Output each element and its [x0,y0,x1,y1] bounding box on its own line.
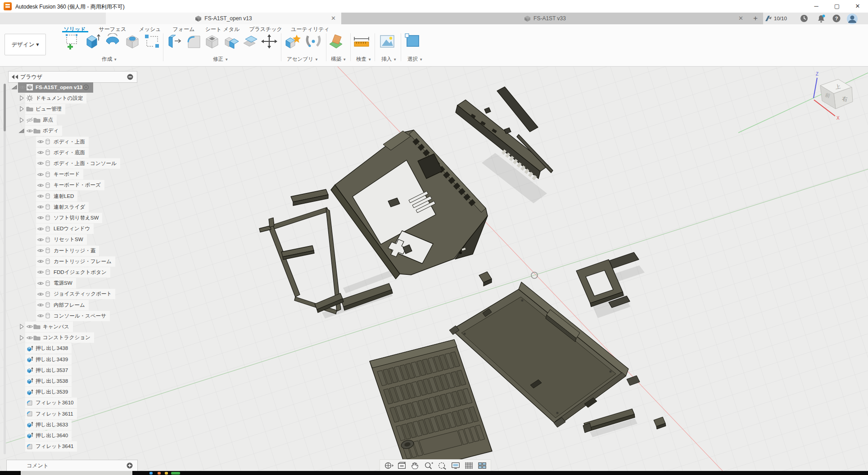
pattern-icon[interactable] [143,33,161,49]
eye-on-icon[interactable] [37,258,44,265]
tree-row[interactable]: FDDイジェクトボタン [29,267,110,277]
tree-row[interactable]: 押し出し3438 [25,344,72,354]
eye-on-icon[interactable] [37,138,44,145]
ribbon-group-construct[interactable]: 構築 ▼ [331,56,346,63]
tree-row[interactable]: ボディ・上面 [29,137,89,147]
viewports-icon[interactable] [477,461,487,470]
look-at-icon[interactable] [397,461,407,470]
eye-on-icon[interactable] [37,149,44,156]
tree-row[interactable]: 連射スライダ [29,202,89,212]
expand-closed-icon[interactable] [18,105,25,112]
ribbon-group-insert[interactable]: 挿入 ▼ [381,56,397,63]
select-icon[interactable] [404,33,422,49]
eye-on-icon[interactable] [37,203,44,211]
eye-on-icon[interactable] [26,323,33,330]
minimize-button[interactable]: ─ [806,0,827,12]
tree-row[interactable]: 押し出し3439 [25,354,72,364]
tree-row[interactable]: カートリッジ・蓋 [29,246,99,255]
expand-open-icon[interactable] [11,84,18,91]
target-icon[interactable] [82,84,90,91]
insert-canvas-icon[interactable] [378,33,396,49]
tree-row[interactable]: コンソール・スペーサ [29,311,110,321]
tree-row[interactable]: LEDウィンドウ [29,224,94,234]
eye-on-icon[interactable] [37,236,44,243]
tree-row[interactable]: ボディ・底面 [29,148,89,157]
offset-face-icon[interactable] [241,33,259,49]
grid-settings-icon[interactable] [464,461,474,470]
ribbon-group-modify[interactable]: 修正 ▼ [213,56,228,63]
user-avatar[interactable] [846,13,858,25]
tree-row[interactable]: FS-A1ST_open v13 [11,82,93,92]
combine-icon[interactable] [222,33,240,49]
ribbon-tab-surface[interactable]: サーフェス [99,26,126,33]
help-icon[interactable]: ? [832,14,841,23]
new-tab-button[interactable]: + [751,14,760,23]
pan-icon[interactable] [410,461,420,470]
ribbon-tab-mesh[interactable]: メッシュ [139,26,161,33]
tree-row[interactable]: キーボード [29,170,83,179]
browser-panel-header[interactable]: ブラウザ [8,71,137,83]
maximize-button[interactable]: ▢ [827,0,847,12]
tree-row[interactable]: 押し出し3538 [25,376,72,386]
tree-row[interactable]: ビュー管理 [18,104,65,114]
move-icon[interactable] [260,33,278,49]
comment-bar[interactable]: コメント [6,460,138,472]
expand-open-icon[interactable] [18,127,25,134]
eye-on-icon[interactable] [37,182,44,189]
tree-row[interactable]: カートリッジ・フレーム [29,256,115,266]
tree-row[interactable]: キーボード・ポーズ [29,180,104,190]
tab-close-icon[interactable]: ✕ [331,15,336,22]
tree-row[interactable]: ジョイスティックポート [29,289,115,299]
measure-icon[interactable] [353,33,371,49]
eye-off-icon[interactable] [26,117,33,124]
tree-row[interactable]: 押し出し3537 [25,365,72,375]
tree-row[interactable]: ドキュメントの設定 [18,93,86,103]
eye-on-icon[interactable] [37,312,44,319]
notification-bell-icon[interactable] [817,14,826,23]
orbit-icon[interactable] [384,461,393,470]
browser-scrollbar-thumb[interactable] [4,84,6,131]
eye-on-icon[interactable] [26,334,33,341]
tree-row[interactable]: コンストラクション [18,333,94,343]
browser-scrollbar-track[interactable] [4,84,6,454]
eye-on-icon[interactable] [37,280,44,287]
extrude-icon[interactable] [83,33,101,49]
revolve-icon[interactable] [104,33,122,49]
eye-on-icon[interactable] [37,301,44,309]
ribbon-group-select[interactable]: 選択 ▼ [407,56,423,63]
expand-closed-icon[interactable] [18,334,25,341]
zoom-icon[interactable] [424,461,434,470]
eye-on-icon[interactable] [37,193,44,200]
eye-on-icon[interactable] [37,171,44,178]
display-settings-icon[interactable] [451,461,461,470]
tree-row[interactable]: ソフト切り替えSW [29,213,102,223]
ribbon-group-inspect[interactable]: 検査 ▼ [356,56,371,63]
eye-on-icon[interactable] [37,269,44,276]
zoom-window-icon[interactable] [437,461,447,470]
job-status-badge[interactable]: 10/10 [764,14,787,23]
tree-row[interactable]: フィレット3611 [25,409,77,419]
eye-on-icon[interactable] [37,247,44,254]
close-button[interactable]: ✕ [847,0,868,12]
ribbon-tab-utilities[interactable]: ユーティリティ [291,26,330,33]
joint-icon[interactable] [304,33,322,49]
tree-row[interactable]: 押し出し3633 [25,420,72,430]
eye-on-icon[interactable] [19,84,26,91]
tree-row[interactable]: 押し出し3640 [25,430,72,440]
tree-row[interactable]: 原点 [18,115,57,125]
construct-plane-icon[interactable] [328,33,346,49]
tree-row[interactable]: ボディ・上面・コンソール [29,158,120,168]
eye-on-icon[interactable] [37,225,44,233]
tree-row[interactable]: フィレット3610 [25,398,77,408]
hole-icon[interactable] [124,33,142,49]
eye-on-icon[interactable] [37,214,44,221]
tree-row[interactable]: キャンバス [18,322,73,332]
tree-row[interactable]: ボディ [18,126,62,136]
create-sketch-icon[interactable] [63,33,81,49]
tree-row[interactable]: 電源SW [29,278,76,288]
tree-row[interactable]: 押し出し3539 [25,387,72,397]
ribbon-tab-form[interactable]: フォーム [173,26,195,33]
tab-document-active[interactable]: FS-A1ST_open v13 ✕ [106,13,341,24]
press-pull-icon[interactable] [166,33,184,49]
new-component-icon[interactable] [284,33,302,49]
